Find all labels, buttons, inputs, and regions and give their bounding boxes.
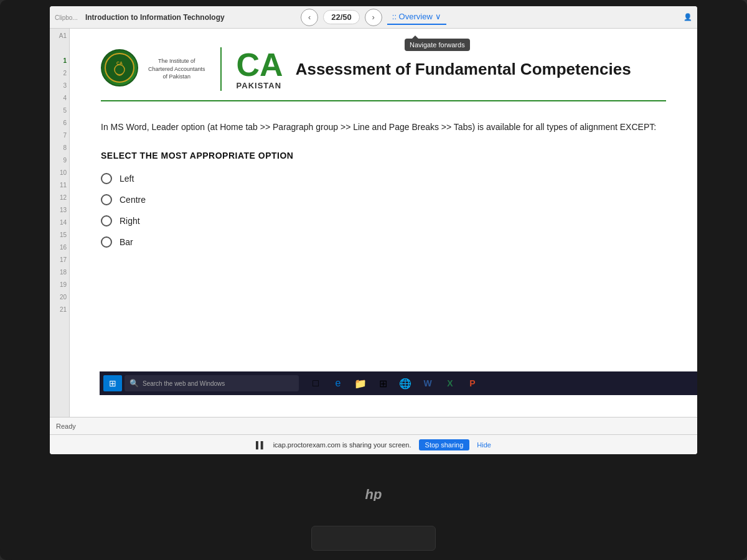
task-view-button[interactable]: □: [306, 375, 325, 391]
overview-chevron: ∨: [435, 12, 441, 21]
powerpoint-button[interactable]: P: [463, 375, 482, 391]
folder-icon: 📁: [354, 378, 367, 390]
word-button[interactable]: W: [418, 375, 437, 391]
logo-area: CA The Institute of Chartered Accountant…: [101, 47, 283, 91]
sharing-bar: ▌▌ icap.proctorexam.com is sharing your …: [50, 434, 697, 454]
row-num-20: 20: [50, 291, 69, 304]
edge-button[interactable]: e: [329, 375, 347, 391]
row-num-21: 21: [50, 304, 69, 316]
option-centre-label: Centre: [120, 195, 146, 205]
row-num-15: 15: [50, 229, 69, 241]
top-bar: Clipbo... Introduction to Information Te…: [50, 6, 697, 29]
excel-button[interactable]: X: [441, 375, 459, 391]
row-num-14: 14: [50, 217, 69, 229]
search-icon: 🔍: [129, 379, 139, 388]
apps-button[interactable]: ⊞: [374, 375, 392, 391]
ca-brand: CA PAKISTAN: [237, 49, 283, 90]
nav-controls: ‹ 22/50 › :: Overview ∨: [301, 9, 446, 26]
institute-line2: Chartered Accountants: [148, 65, 205, 73]
row-num-5: 5: [50, 105, 69, 117]
overview-button[interactable]: :: Overview ∨: [387, 9, 446, 25]
row-num-12: 12: [50, 192, 69, 204]
row-num-10: 10: [50, 167, 69, 179]
question-content: CA The Institute of Chartered Accountant…: [70, 29, 697, 417]
ppt-icon: P: [469, 378, 475, 388]
option-bar[interactable]: Bar: [101, 236, 666, 248]
radio-centre[interactable]: [101, 194, 112, 205]
stop-sharing-button[interactable]: Stop sharing: [419, 439, 470, 450]
user-icon: 👤: [684, 13, 692, 21]
option-right-label: Right: [120, 216, 140, 226]
tooltip: Navigate forwards: [405, 39, 470, 51]
progress-badge: 22/50: [323, 10, 360, 24]
row-num-13: 13: [50, 204, 69, 217]
taskbar: ⊞ 🔍 Search the web and Windows □ e 📁 ⊞: [100, 371, 697, 395]
row-num-2: 2: [50, 67, 69, 80]
row-num-6: 6: [50, 117, 69, 129]
option-centre[interactable]: Centre: [101, 194, 666, 205]
edge-icon: e: [336, 378, 341, 389]
ca-logo-text: CA: [237, 49, 283, 81]
exam-title: Assessment of Fundamental Competencies: [296, 60, 631, 79]
row-num-18: 18: [50, 266, 69, 279]
app-title: Clipbo... Introduction to Information Te…: [55, 13, 301, 22]
vertical-divider: [220, 47, 222, 91]
row-num-16: 16: [50, 241, 69, 254]
windows-icon: ⊞: [109, 378, 116, 388]
radio-bar[interactable]: [101, 236, 112, 248]
options-list: Left Centre Right Bar: [101, 173, 666, 248]
sharing-icon: ▌▌: [256, 441, 266, 449]
search-placeholder: Search the web and Windows: [143, 380, 225, 387]
screen: Clipbo... Introduction to Information Te…: [50, 6, 697, 454]
clipboard-label: Clipbo...: [55, 14, 78, 21]
task-view-icon: □: [312, 378, 319, 389]
radio-right[interactable]: [101, 215, 112, 226]
select-label: SELECT THE MOST APPROPRIATE OPTION: [101, 151, 666, 161]
row-num-a1: A1: [50, 30, 69, 42]
row-num-11: 11: [50, 179, 69, 192]
status-bar: Ready: [50, 417, 697, 434]
row-num-4: 4: [50, 92, 69, 105]
start-button[interactable]: ⊞: [103, 375, 122, 391]
forward-button[interactable]: ›: [365, 9, 382, 26]
touchpad[interactable]: [311, 526, 436, 551]
top-bar-right: 👤: [446, 13, 692, 21]
taskbar-search[interactable]: 🔍 Search the web and Windows: [125, 375, 299, 391]
row-numbers-sidebar: A1 1 2 3 4 5 6 7 8 9 10 11 12 13 14 15 1…: [50, 29, 70, 417]
institute-name: The Institute of Chartered Accountants o…: [148, 57, 205, 81]
row-num-17: 17: [50, 254, 69, 266]
overview-label: :: Overview: [392, 12, 433, 21]
laptop-bezel: Clipbo... Introduction to Information Te…: [0, 0, 747, 560]
chrome-button[interactable]: 🌐: [396, 375, 415, 391]
laptop-bottom: [0, 501, 747, 560]
hide-link[interactable]: Hide: [477, 441, 491, 449]
back-button[interactable]: ‹: [301, 9, 318, 26]
institute-line3: of Pakistan: [148, 73, 205, 81]
taskbar-icons: □ e 📁 ⊞ 🌐 W X: [306, 375, 482, 391]
apps-icon: ⊞: [379, 378, 387, 390]
option-left[interactable]: Left: [101, 173, 666, 184]
option-left-label: Left: [120, 174, 134, 184]
file-explorer-button[interactable]: 📁: [351, 375, 370, 391]
row-num-8: 8: [50, 142, 69, 154]
content-area: A1 1 2 3 4 5 6 7 8 9 10 11 12 13 14 15 1…: [50, 29, 697, 417]
radio-left[interactable]: [101, 173, 112, 184]
exam-header: CA The Institute of Chartered Accountant…: [101, 47, 666, 101]
logo-container: CA: [101, 49, 141, 89]
chrome-icon: 🌐: [399, 378, 411, 390]
ready-status: Ready: [56, 422, 76, 430]
svg-point-0: [105, 54, 134, 82]
option-right[interactable]: Right: [101, 215, 666, 226]
row-num-1: 1: [50, 55, 69, 67]
intro-title: Introduction to Information Technology: [85, 13, 225, 22]
row-num-19: 19: [50, 279, 69, 291]
option-bar-label: Bar: [120, 237, 133, 247]
institute-logo: CA: [101, 49, 138, 86]
row-num-9: 9: [50, 154, 69, 167]
sharing-message: icap.proctorexam.com is sharing your scr…: [273, 441, 411, 449]
row-num-7: 7: [50, 129, 69, 142]
institute-line1: The Institute of: [148, 57, 205, 65]
row-num-3: 3: [50, 80, 69, 92]
logo-svg: CA: [104, 52, 135, 83]
row-num-empty: [50, 42, 69, 55]
